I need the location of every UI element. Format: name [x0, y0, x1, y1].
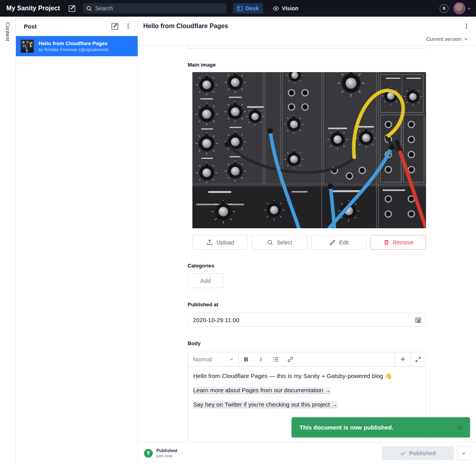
kebab-icon — [463, 23, 470, 29]
categories-label: Categories — [188, 263, 214, 269]
content-rail-label: Content — [5, 22, 11, 41]
select-button[interactable]: Select — [252, 235, 307, 250]
main-image-photo — [192, 72, 426, 228]
upload-icon — [206, 239, 213, 246]
fullscreen-button[interactable] — [411, 352, 426, 366]
upload-label: Upload — [217, 239, 234, 246]
document-title: Hello from Cloudflare Pages — [143, 23, 228, 30]
text-style-value: Normal — [193, 356, 212, 363]
body-link[interactable]: Say hey on Twitter if you're checking ou… — [193, 401, 338, 408]
search-icon — [267, 239, 273, 246]
publish-status: Published just now — [156, 448, 177, 458]
content-rail[interactable]: Content — [0, 17, 16, 464]
publish-status-time: just now — [156, 453, 177, 458]
global-search[interactable] — [83, 3, 226, 13]
link-button[interactable] — [283, 352, 298, 366]
pane-header: Post — [16, 17, 138, 36]
bullet-list-icon — [273, 356, 279, 363]
document-list-pane: Post — [16, 17, 138, 464]
bold-button[interactable]: B — [239, 352, 253, 366]
add-label: Add — [200, 277, 211, 284]
chevron-down-icon — [461, 451, 466, 456]
kebab-icon — [125, 23, 131, 29]
tab-desk[interactable]: Desk — [233, 3, 263, 13]
body-toolbar: Normal B i — [188, 352, 426, 367]
chevron-down-icon — [467, 6, 471, 11]
trash-icon — [383, 239, 390, 246]
eye-icon — [273, 5, 279, 12]
desk-icon — [237, 6, 243, 11]
edit-label: Edit — [339, 239, 349, 246]
body-paragraph: Hello from Cloudflare Pages — this is my… — [193, 372, 420, 380]
add-category-button[interactable]: Add — [188, 273, 223, 288]
published-at-input[interactable] — [188, 317, 415, 323]
project-title: My Sanity Project — [6, 5, 60, 12]
slug-field-divider — [411, 46, 411, 48]
tab-vision[interactable]: Vision — [269, 3, 303, 13]
search-input[interactable] — [95, 5, 223, 11]
document-menu-button[interactable] — [462, 21, 471, 31]
bullet-list-button[interactable] — [268, 352, 283, 366]
publish-status-title: Published — [156, 448, 177, 453]
image-actions: Upload Select Edit — [192, 235, 426, 250]
insert-block-button[interactable] — [395, 352, 410, 366]
body-label: Body — [188, 340, 201, 346]
published-at-field — [188, 313, 426, 327]
body-link[interactable]: Learn more about Pages from our document… — [193, 387, 331, 393]
hints-badge[interactable]: 0 — [440, 4, 449, 13]
list-item-thumbnail — [21, 40, 34, 53]
check-icon — [400, 451, 406, 456]
published-at-label: Published at — [188, 302, 218, 307]
toast-message: This document is now published. — [299, 424, 455, 431]
chevron-down-icon — [229, 357, 234, 361]
document-footer: Published just now Published — [138, 442, 476, 464]
link-icon — [287, 356, 294, 363]
create-post-button[interactable] — [111, 23, 119, 30]
list-item[interactable]: Hello from Cloudflare Pages by Kristian … — [16, 36, 138, 56]
tab-desk-label: Desk — [246, 5, 259, 11]
list-item-subtitle: by Kristian Freeman (@signalnerve) — [38, 47, 108, 52]
chevron-down-icon — [464, 37, 468, 41]
user-menu[interactable] — [453, 2, 471, 14]
pane-title: Post — [24, 23, 105, 30]
close-icon — [456, 424, 463, 431]
edit-button[interactable]: Edit — [311, 235, 367, 250]
version-label: Current version — [426, 36, 461, 42]
avatar — [453, 2, 465, 14]
pane-menu-button[interactable] — [125, 23, 131, 29]
remove-label: Remove — [393, 239, 414, 246]
upload-button[interactable]: Upload — [192, 235, 248, 250]
list-item-title: Hello from Cloudflare Pages — [38, 40, 108, 46]
toast-notification: This document is now published. — [292, 417, 470, 437]
top-navbar: My Sanity Project Desk — [0, 0, 476, 17]
plus-icon — [400, 356, 406, 362]
published-status-icon — [144, 449, 153, 458]
select-label: Select — [277, 239, 292, 246]
document-editor-pane: Hello from Cloudflare Pages Current vers… — [138, 17, 476, 464]
search-icon — [86, 6, 92, 11]
publish-menu-button[interactable] — [457, 446, 470, 460]
publish-button[interactable]: Published — [382, 446, 454, 460]
new-document-button[interactable] — [67, 4, 77, 13]
list-item-text: Hello from Cloudflare Pages by Kristian … — [38, 40, 108, 52]
compose-icon — [68, 5, 76, 12]
main-image-label: Main image — [188, 62, 216, 68]
tab-vision-label: Vision — [282, 5, 299, 11]
compose-icon — [111, 23, 119, 30]
version-selector[interactable]: Current version — [426, 36, 468, 42]
calendar-icon[interactable] — [415, 317, 422, 323]
document-header: Hello from Cloudflare Pages Current vers… — [138, 17, 476, 46]
text-style-select[interactable]: Normal — [188, 352, 239, 366]
italic-button[interactable]: i — [253, 352, 268, 366]
slug-field-partial[interactable] — [188, 46, 426, 49]
toast-close-button[interactable] — [455, 423, 464, 432]
sanity-studio: My Sanity Project Desk — [0, 0, 476, 464]
expand-icon — [415, 357, 421, 362]
remove-button[interactable]: Remove — [370, 235, 426, 250]
publish-button-label: Published — [409, 450, 436, 456]
pencil-icon — [329, 239, 336, 246]
